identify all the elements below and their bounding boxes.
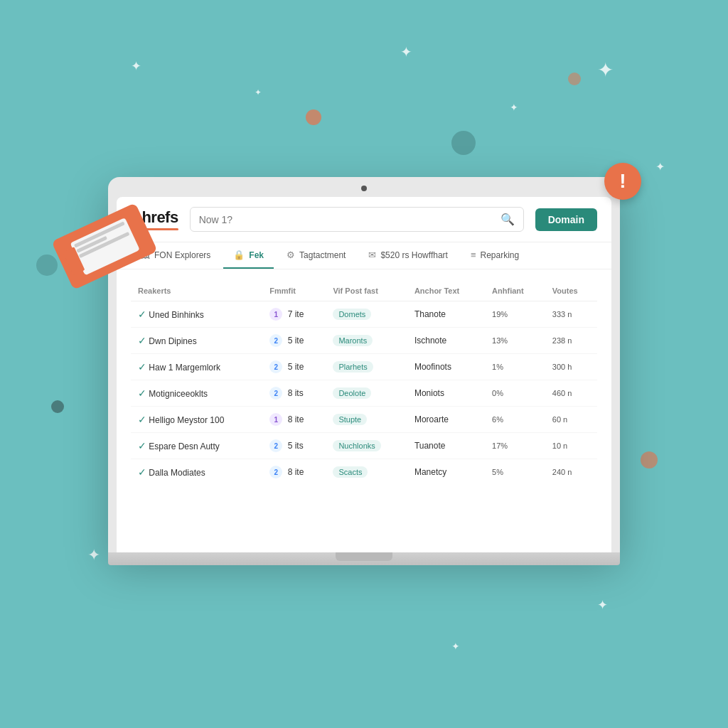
row-name: Uned Binhinks	[149, 310, 203, 320]
tab-howffhart[interactable]: ✉ $520 rs Howffhart	[358, 242, 458, 269]
num-badge: 2	[269, 360, 282, 373]
row-name-cell: ✓ Uned Binhinks	[131, 301, 262, 328]
dot-decoration	[36, 255, 58, 276]
votes-value: 10 n	[552, 441, 567, 450]
tab-tagtactment[interactable]: ⚙ Tagtactment	[277, 242, 355, 269]
sparkle-icon: ✦	[597, 58, 614, 82]
row-num-cell: 2 8 ite	[262, 459, 326, 486]
tab-reparking[interactable]: ≡ Reparking	[461, 242, 529, 269]
reparking-icon: ≡	[471, 250, 476, 260]
search-input[interactable]	[199, 214, 495, 225]
post-pill: Deolote	[333, 387, 371, 399]
votes-value: 300 h	[552, 363, 572, 371]
notification-badge: !	[604, 163, 641, 200]
row-anchor-cell: Moniots	[407, 380, 485, 407]
row-name: Motigniceeoklts	[149, 389, 208, 399]
row-num-cell: 1 7 ite	[262, 301, 326, 328]
row-name-cell: ✓ Helligo Meystor 100	[131, 407, 262, 433]
pct-value: 19%	[492, 310, 508, 318]
table-row: ✓ Dalla Modiates 2 8 ite Scacts Manetcy …	[131, 459, 597, 486]
row-post-cell: Scacts	[326, 459, 407, 486]
pct-value: 6%	[492, 415, 503, 424]
row-num-cell: 2 8 its	[262, 380, 326, 407]
table-row: ✓ Motigniceeoklts 2 8 its Deolote Moniot…	[131, 380, 597, 407]
row-name: Dwn Dipines	[149, 336, 196, 346]
table-row: ✓ Uned Binhinks 1 7 ite Domets Thanote 1…	[131, 301, 597, 328]
votes-value: 240 n	[552, 468, 572, 476]
search-bar[interactable]: 🔍	[190, 207, 524, 232]
table-container: Reakerts Fmmfit Vif Post fast Anchor Tex…	[117, 269, 611, 496]
anchor-text: Moniots	[414, 388, 444, 398]
num-badge: 2	[269, 387, 282, 400]
row-name-cell: ✓ Haw 1 Margemlork	[131, 354, 262, 380]
domain-button[interactable]: Domain	[535, 208, 597, 231]
row-name: Helligo Meystor 100	[149, 415, 224, 425]
row-name: Haw 1 Margemlork	[149, 363, 220, 373]
tab-label: Reparking	[481, 250, 520, 260]
votes-value: 460 n	[552, 389, 572, 397]
row-post-cell: Maronts	[326, 328, 407, 354]
laptop-screen-outer: ! Ahrefs 🔍 Domain 🖼 FON Explorers	[108, 177, 620, 552]
row-votes-cell: 460 n	[545, 380, 597, 407]
anchor-text: Ischnote	[414, 336, 446, 346]
row-votes-cell: 238 n	[545, 328, 597, 354]
row-post-cell: Stupte	[326, 407, 407, 433]
sparkle-icon: ✦	[597, 597, 608, 613]
col-vif-post-fast: Vif Post fast	[326, 281, 407, 301]
votes-value: 333 n	[552, 310, 572, 318]
row-num-cell: 2 5 ite	[262, 328, 326, 354]
items-text: 5 ite	[288, 362, 304, 372]
row-post-cell: Nuchlonks	[326, 433, 407, 459]
post-pill: Plarhets	[333, 361, 373, 373]
anchor-text: Manetcy	[414, 467, 446, 477]
check-icon: ✓	[138, 387, 146, 399]
row-anchor-cell: Moroarte	[407, 407, 485, 433]
row-votes-cell: 10 n	[545, 433, 597, 459]
row-name: Dalla Modiates	[149, 468, 205, 478]
check-icon: ✓	[138, 466, 146, 478]
row-anchor-cell: Manetcy	[407, 459, 485, 486]
col-anhfiant: Anhfiant	[485, 281, 545, 301]
num-badge: 2	[269, 439, 282, 452]
post-pill: Stupte	[333, 414, 367, 425]
votes-value: 60 n	[552, 415, 567, 424]
items-text: 5 its	[288, 441, 304, 451]
laptop-base	[108, 552, 620, 565]
row-name-cell: ✓ Dalla Modiates	[131, 459, 262, 486]
pct-value: 1%	[492, 363, 503, 371]
num-badge: 2	[269, 466, 282, 478]
check-icon: ✓	[138, 361, 146, 373]
row-pct-cell: 5%	[485, 459, 545, 486]
row-votes-cell: 60 n	[545, 407, 597, 433]
sparkle-icon: ✦	[510, 102, 518, 113]
row-votes-cell: 333 n	[545, 301, 597, 328]
row-name-cell: ✓ Dwn Dipines	[131, 328, 262, 354]
table-row: ✓ Espare Desn Autty 2 5 its Nuchlonks Tu…	[131, 433, 597, 459]
num-badge: 1	[269, 413, 282, 426]
check-icon: ✓	[138, 309, 146, 320]
check-icon: ✓	[138, 440, 146, 451]
ticket-line	[73, 221, 124, 247]
row-num-cell: 2 5 ite	[262, 354, 326, 380]
howffhart-icon: ✉	[368, 250, 376, 260]
dot-decoration	[568, 73, 581, 85]
post-pill: Domets	[333, 309, 371, 320]
pct-value: 13%	[492, 336, 508, 345]
row-pct-cell: 1%	[485, 354, 545, 380]
row-num-cell: 1 8 ite	[262, 407, 326, 433]
tab-label: Tagtactment	[299, 250, 346, 260]
tab-fek[interactable]: 🔒 Fek	[223, 242, 274, 269]
num-badge: 1	[269, 308, 282, 321]
anchor-text: Thanote	[414, 309, 446, 319]
app-header: Ahrefs 🔍 Domain	[117, 197, 611, 242]
dot-decoration	[306, 109, 321, 125]
col-reakerts: Reakerts	[131, 281, 262, 301]
num-badge: 2	[269, 334, 282, 347]
pct-value: 0%	[492, 389, 503, 397]
table-row: ✓ Helligo Meystor 100 1 8 ite Stupte Mor…	[131, 407, 597, 433]
fek-icon: 🔒	[233, 250, 245, 260]
tab-label: $520 rs Howffhart	[380, 250, 448, 260]
post-pill: Nuchlonks	[333, 440, 380, 451]
items-text: 7 ite	[288, 309, 304, 319]
table-row: ✓ Dwn Dipines 2 5 ite Maronts Ischnote 1…	[131, 328, 597, 354]
